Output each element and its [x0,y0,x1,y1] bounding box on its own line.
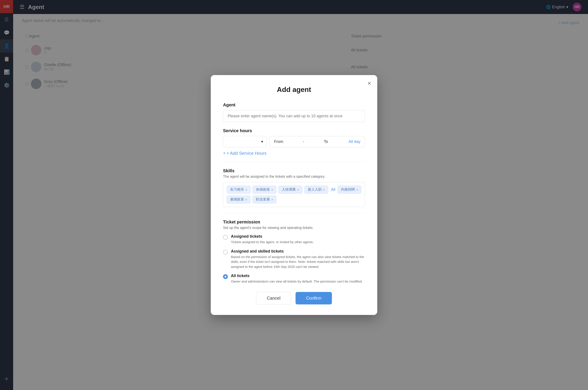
plus-icon: + [223,151,226,156]
skill-tag-close[interactable]: × [297,188,299,192]
skills-label: Skills [223,168,365,173]
skill-tag-close[interactable]: × [356,188,358,192]
service-hours-time-range: From - To All day [269,136,365,147]
agent-label: Agent [223,102,365,107]
dropdown-chevron: ▾ [261,139,263,144]
skill-tag-close[interactable]: × [323,188,325,192]
ticket-permission-section: Ticket permission Set up the agent's sco… [223,220,365,284]
skill-tag: 职业发展 × [253,196,276,203]
skill-tag: 实习相关 × [227,186,250,194]
time-separator: - [302,140,305,144]
skill-tag-close[interactable]: × [271,198,273,201]
cancel-button[interactable]: Cancel [256,292,291,304]
skill-tag: 内推招聘 × [338,186,361,194]
skill-tag: 新人入职 × [304,186,328,194]
add-service-hours-button[interactable]: + + Add Service Hours [223,151,365,156]
radio-title-assigned-skilled: Assigned and skilled tickets [231,249,365,254]
radio-button-assigned[interactable] [223,235,228,240]
radio-desc-assigned: Tickets assigned to this agent, or invit… [231,240,314,245]
agent-section: Agent [223,102,365,122]
modal-overlay: × Add agent Agent Service hours ▾ From -… [0,0,588,390]
service-hours-section: Service hours ▾ From - To All day + + Ad… [223,128,365,156]
all-day-link[interactable]: All day [349,140,360,144]
ticket-permission-title: Ticket permission [223,220,365,225]
radio-desc-assigned-skilled: Based on the permission of assigned tick… [231,254,365,269]
radio-button-all[interactable] [223,274,228,279]
skill-tag-close[interactable]: × [245,188,247,192]
skills-container: 实习相关 × 休假政策 × 入转调离 × 新人入职 × All 内推招聘 [223,182,365,207]
service-hours-dropdown[interactable]: ▾ [223,136,267,147]
divider-2 [223,213,365,213]
skill-tag-close[interactable]: × [245,198,247,201]
skill-tag: 休假政策 × [253,186,276,194]
service-hours-label: Service hours [223,128,365,133]
skill-tag: 入转调离 × [279,186,302,194]
radio-desc-all: Owner and administrators can view all ti… [231,279,362,284]
time-from-label: From [274,140,283,144]
radio-title-assigned: Assigned tickets [231,234,314,239]
agent-input[interactable] [223,110,365,122]
skill-tag-close[interactable]: × [271,188,273,192]
add-agent-modal: × Add agent Agent Service hours ▾ From -… [211,75,377,315]
ticket-permission-desc: Set up the agent's scope for viewing and… [223,226,365,230]
radio-button-assigned-skilled[interactable] [223,250,228,254]
skills-section: Skills The agent will be assigned to the… [223,168,365,207]
time-to-label: To [324,140,328,144]
radio-option-all[interactable]: All tickets Owner and administrators can… [223,274,365,284]
skills-all-link[interactable]: All [331,187,335,192]
modal-close-button[interactable]: × [368,80,371,87]
radio-title-all: All tickets [231,274,362,278]
divider [223,162,365,162]
skills-desc: The agent will be assigned to the ticket… [223,175,365,179]
confirm-button[interactable]: Confirm [295,292,332,304]
modal-title: Add agent [223,86,365,94]
radio-option-assigned[interactable]: Assigned tickets Tickets assigned to thi… [223,234,365,245]
radio-option-assigned-skilled[interactable]: Assigned and skilled tickets Based on th… [223,249,365,269]
modal-footer: Cancel Confirm [223,292,365,304]
skill-tag: 雇佣政策 × [227,196,250,203]
